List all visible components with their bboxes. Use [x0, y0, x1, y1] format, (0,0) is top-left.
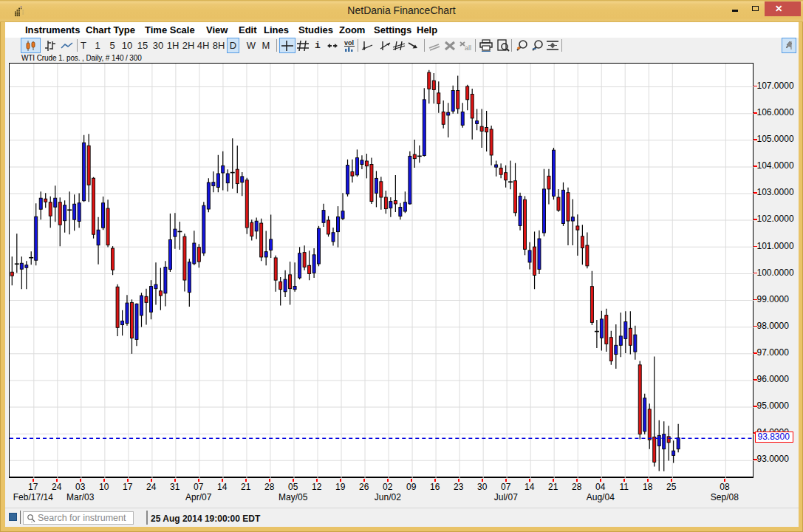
- svg-text:all: all: [465, 44, 471, 52]
- svg-text:vol: vol: [344, 39, 354, 47]
